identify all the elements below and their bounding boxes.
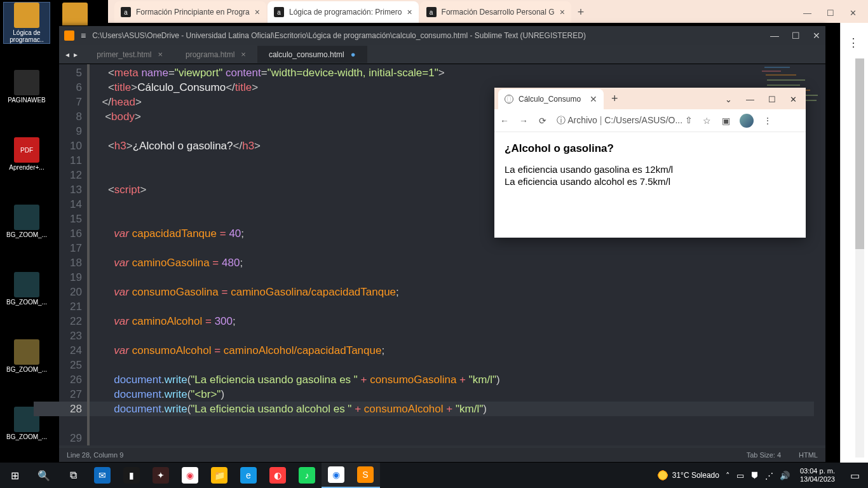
output-line: La eficiencia usando gasolina es 12km/l <box>505 164 796 176</box>
share-icon[interactable]: ⇧ <box>685 115 693 125</box>
desktop-icon[interactable]: PDFAprender+... <box>4 137 50 171</box>
mini-tab-title: Cálculo_Consumo <box>519 95 581 104</box>
tab-close-icon[interactable]: × <box>407 7 412 17</box>
chrome-close-button[interactable]: ✕ <box>850 8 857 18</box>
tab-close-icon[interactable]: × <box>255 7 260 17</box>
hamburger-icon[interactable]: ≡ <box>81 30 86 41</box>
favicon: a <box>274 7 284 17</box>
sublime-tab-bar: ◂ ▸ primer_test.html×programa.html×calcu… <box>59 45 825 64</box>
addr-scheme: Archivo <box>567 115 597 125</box>
desktop-icon[interactable]: BG_ZOOM_... <box>4 272 50 306</box>
system-tray: 31°C Soleado ˄ ▭ ⛊ ⋰ 🔊 03:04 p. m. 13/04… <box>657 463 868 488</box>
windows-taskbar: ⊞ 🔍 ⧉ ✉▮✦◉📁e◐♪◉S 31°C Soleado ˄ ▭ ⛊ ⋰ 🔊 … <box>0 463 868 488</box>
sublime-titlebar[interactable]: ≡ C:\Users\ASUS\OneDrive - Universidad L… <box>59 26 825 45</box>
weather-text: 31°C Soleado <box>672 471 719 480</box>
clock-time: 03:04 p. m. <box>800 467 835 475</box>
taskbar-app[interactable]: ◉ <box>175 463 205 488</box>
chrome-minimize-button[interactable]: — <box>803 8 811 18</box>
taskbar-app[interactable]: ♪ <box>292 463 322 488</box>
page-heading: ¿Alcohol o gasolina? <box>505 142 796 155</box>
page-scrollbar[interactable] <box>855 58 864 458</box>
mini-page-body: ¿Alcohol o gasolina? La eficiencia usand… <box>494 132 806 198</box>
mini-minimize-button[interactable]: — <box>746 95 754 104</box>
globe-icon <box>505 95 513 104</box>
taskbar-app[interactable]: S <box>351 463 380 488</box>
taskbar-clock[interactable]: 03:04 p. m. 13/04/2023 <box>796 467 839 483</box>
wifi-icon[interactable]: ⋰ <box>765 471 773 480</box>
info-icon: ⓘ <box>557 115 566 125</box>
reload-button[interactable]: ⟳ <box>538 116 548 126</box>
weather-widget[interactable]: 31°C Soleado <box>657 470 719 481</box>
status-syntax[interactable]: HTML <box>799 451 818 459</box>
mini-close-button[interactable]: ✕ <box>790 95 797 104</box>
status-cursor[interactable]: Line 28, Column 9 <box>67 451 123 459</box>
sublime-title-text: C:\Users\ASUS\OneDrive - Universidad Lat… <box>92 31 586 40</box>
new-tab-button[interactable]: + <box>573 1 590 23</box>
mini-tabstrip: Cálculo_Consumo ✕ + ⌄ — ☐ ✕ <box>494 88 806 109</box>
taskbar-app[interactable]: ✦ <box>146 463 175 488</box>
search-button[interactable]: 🔍 <box>29 463 58 488</box>
sublime-maximize-button[interactable]: ☐ <box>792 30 800 41</box>
clock-date: 13/04/2023 <box>800 475 835 484</box>
taskbar-app[interactable]: ▮ <box>117 463 146 488</box>
taskbar-app[interactable]: e <box>234 463 263 488</box>
chrome-menu-button[interactable]: ⋮ <box>848 36 859 50</box>
desktop-icon[interactable]: Lógica de programac.. <box>4 3 50 43</box>
mini-toolbar: ← → ⟳ ⓘ Archivo | C:/Users/ASUS/O... ⇧ ☆… <box>494 109 806 132</box>
battery-icon[interactable]: ▭ <box>736 471 744 480</box>
sublime-statusbar: Line 28, Column 9 Tab Size: 4 HTML <box>59 448 825 462</box>
start-button[interactable]: ⊞ <box>0 463 29 488</box>
favicon: a <box>121 7 131 17</box>
taskbar-app[interactable]: ◐ <box>263 463 292 488</box>
taskbar-app[interactable]: ◉ <box>322 463 351 488</box>
taskbar-app[interactable]: 📁 <box>205 463 234 488</box>
desktop-icon[interactable]: PAGINAWEB <box>4 70 50 104</box>
sublime-close-button[interactable]: ✕ <box>813 30 820 41</box>
mini-dropdown-icon[interactable]: ⌄ <box>725 95 732 104</box>
taskview-button[interactable]: ⧉ <box>58 463 88 488</box>
chrome-tab[interactable]: aFormación Desarrollo Personal G× <box>420 1 571 23</box>
forward-button[interactable]: → <box>519 116 529 126</box>
bookmark-icon[interactable]: ☆ <box>702 116 712 126</box>
mini-menu-button[interactable]: ⋮ <box>763 116 773 126</box>
tab-close-icon[interactable]: × <box>158 50 163 59</box>
editor-tab[interactable]: programa.html× <box>174 46 257 63</box>
browser-right-gutter: ⋮ <box>840 23 868 463</box>
profile-avatar[interactable] <box>740 114 754 128</box>
editor-tab[interactable]: primer_test.html× <box>85 46 174 63</box>
address-bar[interactable]: ⓘ Archivo | C:/Users/ASUS/O... ⇧ <box>557 115 693 126</box>
chrome-preview-window: Cálculo_Consumo ✕ + ⌄ — ☐ ✕ ← → ⟳ ⓘ Arch… <box>494 88 806 238</box>
output-line: La eficiencia usando alcohol es 7.5km/l <box>505 176 796 188</box>
tab-close-icon[interactable]: × <box>560 7 565 17</box>
editor-tab[interactable]: calculo_consumo.html● <box>257 46 367 63</box>
notifications-button[interactable]: ▭ <box>845 463 864 488</box>
mini-tab-close[interactable]: ✕ <box>590 94 597 104</box>
taskbar-app[interactable]: ✉ <box>88 463 117 488</box>
tray-chevron-icon[interactable]: ˄ <box>726 471 730 480</box>
chrome-tab[interactable]: aLógica de programación: Primero× <box>268 1 419 23</box>
sublime-app-icon <box>64 30 74 41</box>
back-button[interactable]: ← <box>499 116 510 126</box>
favicon: a <box>426 7 437 17</box>
line-gutter: 5678910111213141516171819202122232425262… <box>59 64 90 445</box>
status-tabsize[interactable]: Tab Size: 4 <box>747 451 781 459</box>
mini-maximize-button[interactable]: ☐ <box>768 95 776 104</box>
addr-path: C:/Users/ASUS/O... <box>604 115 682 125</box>
mini-new-tab[interactable]: + <box>604 92 626 105</box>
chrome-tab[interactable]: aFormación Principiante en Progra× <box>114 1 266 23</box>
chrome-tabstrip: aFormación Principiante en Progra×aLógic… <box>108 0 868 23</box>
tab-nav-arrows[interactable]: ◂ ▸ <box>65 50 79 59</box>
volume-icon[interactable]: 🔊 <box>780 471 790 480</box>
tab-close-icon[interactable]: × <box>241 50 246 59</box>
sublime-minimize-button[interactable]: — <box>770 30 779 41</box>
desktop-icon[interactable]: BG_ZOOM_... <box>4 205 50 238</box>
tab-close-icon[interactable]: ● <box>351 50 356 59</box>
chrome-maximize-button[interactable]: ☐ <box>827 8 834 18</box>
desktop-icon[interactable]: BG_ZOOM_... <box>4 339 50 373</box>
panel-icon[interactable]: ▣ <box>721 116 731 126</box>
mini-tab[interactable]: Cálculo_Consumo ✕ <box>498 89 604 109</box>
security-icon[interactable]: ⛊ <box>750 471 759 480</box>
sun-icon <box>657 470 668 481</box>
